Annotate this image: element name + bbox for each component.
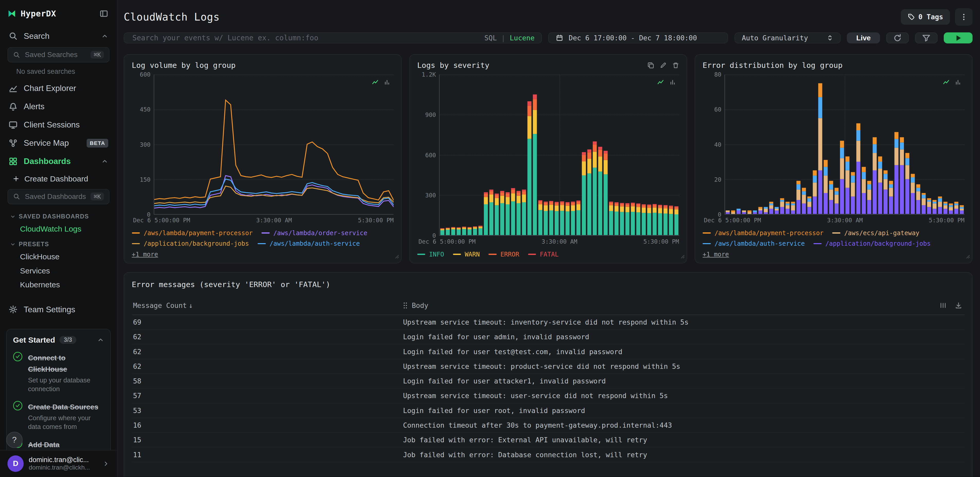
legend-swatch	[261, 232, 270, 234]
section-saved-dashboards[interactable]: SAVED DASHBOARDS	[0, 208, 117, 222]
legend-more-link[interactable]: +1 more	[132, 251, 158, 258]
line-chart-toggle-icon[interactable]	[372, 76, 379, 88]
line-chart-toggle-icon[interactable]	[943, 76, 950, 88]
legend-item[interactable]: /aws/lambda/auth-service	[258, 240, 360, 247]
legend-item[interactable]: FATAL	[528, 251, 558, 258]
legend-item[interactable]: /application/background-jobs	[813, 240, 931, 247]
help-button[interactable]: ?	[6, 432, 22, 448]
column-header-count[interactable]: Message Count ↓	[132, 302, 403, 309]
legend-item[interactable]: /application/background-jobs	[132, 240, 249, 247]
section-presets[interactable]: PRESETS	[0, 236, 117, 250]
saved-dashboards-field[interactable]	[24, 192, 87, 201]
duplicate-panel-button[interactable]	[648, 62, 654, 69]
legend-item[interactable]: /aws/lambda/payment-processor	[132, 229, 253, 237]
sidebar-item-service-map[interactable]: Service Map BETA	[0, 134, 117, 152]
table-settings-button[interactable]	[939, 301, 948, 310]
cell-message-count: 16	[132, 421, 403, 429]
cell-message-count: 57	[132, 392, 403, 400]
table-row[interactable]: 58Login failed for user attacker1, inval…	[132, 374, 964, 389]
time-range-picker[interactable]: Dec 6 17:00:00 - Dec 7 18:00:00	[548, 32, 728, 43]
more-menu-button[interactable]	[955, 8, 972, 26]
legend-swatch	[417, 254, 425, 255]
resize-handle[interactable]	[679, 250, 685, 261]
granularity-value: Auto Granularity	[742, 34, 822, 42]
line-chart-toggle-icon[interactable]	[657, 76, 664, 88]
tag-icon	[908, 13, 915, 20]
sidebar-item-label: Alerts	[24, 102, 45, 111]
tags-button[interactable]: 0 Tags	[901, 9, 950, 25]
sidebar-item-team-settings[interactable]: Team Settings	[0, 301, 117, 319]
table-row[interactable]: 11Job failed with error: Database connec…	[132, 447, 964, 462]
run-query-button[interactable]	[944, 32, 972, 43]
refresh-button[interactable]	[886, 32, 909, 43]
sidebar-item-search[interactable]: Search	[0, 27, 117, 45]
line-chart-canvas	[154, 75, 394, 214]
bar-chart-toggle-icon[interactable]	[669, 76, 676, 88]
legend-label: /aws/lambda/auth-service	[270, 240, 360, 247]
edit-panel-button[interactable]	[660, 62, 667, 69]
sidebar-item-dashboards[interactable]: Dashboards	[0, 152, 117, 170]
language-lucene[interactable]: Lucene	[510, 34, 535, 42]
table-row[interactable]: 69Upstream service timeout: inventory-se…	[132, 315, 964, 330]
main-content: CloudWatch Logs 0 Tags SQL | Lucene	[118, 0, 980, 477]
table-row[interactable]: 53Login failed for user root, invalid pa…	[132, 404, 964, 418]
page-title: CloudWatch Logs	[124, 11, 220, 23]
download-button[interactable]	[954, 301, 963, 310]
sidebar-preset-services[interactable]: Services	[0, 264, 117, 278]
trash-icon	[672, 62, 679, 69]
sidebar-item-alerts[interactable]: Alerts	[0, 97, 117, 116]
search-icon	[13, 51, 20, 58]
get-started-step[interactable]: Connect to ClickHouse Set up your databa…	[13, 351, 104, 393]
gear-icon	[9, 305, 18, 314]
chevron-down-icon	[10, 214, 16, 219]
legend-item[interactable]: /aws/lambda/order-service	[261, 229, 368, 237]
panel-error-distribution: Error distribution by log group 80604020…	[695, 54, 972, 264]
get-started-step[interactable]: Create Data Sources Configure where your…	[13, 401, 104, 431]
cell-message-count: 62	[132, 333, 403, 341]
legend-item[interactable]: INFO	[417, 251, 444, 258]
legend-item[interactable]: ERROR	[488, 251, 519, 258]
saved-searches-field[interactable]	[24, 50, 87, 60]
user-name: dominic.tran@clic...	[29, 456, 98, 464]
resize-handle[interactable]	[964, 250, 970, 261]
cell-body: Login failed for user test@test.com, inv…	[403, 348, 964, 356]
saved-dashboards-input[interactable]: ⌘K	[8, 189, 110, 204]
sidebar-item-client-sessions[interactable]: Client Sessions	[0, 116, 117, 134]
event-search[interactable]: SQL | Lucene	[124, 32, 542, 43]
step-desc: Set up your database connection	[28, 376, 104, 393]
legend-item[interactable]: /aws/lambda/payment-processor	[703, 229, 823, 237]
user-menu[interactable]: D dominic.tran@clic... dominic.tran@clic…	[0, 450, 117, 477]
filter-button[interactable]	[915, 32, 937, 43]
live-button[interactable]: Live	[847, 32, 880, 43]
get-started-header[interactable]: Get Started 3/3	[13, 335, 104, 344]
table-row[interactable]: 62Login failed for user test@test.com, i…	[132, 344, 964, 359]
saved-searches-input[interactable]: ⌘K	[8, 47, 110, 62]
app-root: HyperDX Search ⌘K No saved searches	[0, 0, 980, 477]
service-map-icon	[9, 139, 18, 148]
sidebar-preset-kubernetes[interactable]: Kubernetes	[0, 278, 117, 291]
granularity-select[interactable]: Auto Granularity	[735, 32, 841, 43]
event-search-input[interactable]	[131, 33, 479, 43]
table-row[interactable]: 57Upstream service timeout: user-service…	[132, 389, 964, 403]
create-dashboard-button[interactable]: Create Dashboard	[0, 170, 117, 187]
bar-chart-toggle-icon[interactable]	[383, 76, 390, 88]
table-row[interactable]: 15Job failed with error: External API un…	[132, 433, 964, 447]
bar-chart-toggle-icon[interactable]	[955, 76, 961, 88]
sidebar-dashboard-cloudwatch-logs[interactable]: CloudWatch Logs	[0, 222, 117, 236]
table-row[interactable]: 62Upstream service timeout: product-serv…	[132, 359, 964, 374]
legend-item[interactable]: /aws/ecs/api-gateway	[832, 229, 920, 237]
collapse-sidebar-button[interactable]	[98, 8, 110, 19]
legend: INFOWARNERRORFATAL	[417, 251, 679, 258]
delete-panel-button[interactable]	[672, 62, 679, 69]
legend-item[interactable]: /aws/lambda/auth-service	[703, 240, 805, 247]
resize-handle[interactable]	[394, 250, 399, 261]
legend-more-link[interactable]: +1 more	[703, 251, 729, 258]
sidebar-preset-clickhouse[interactable]: ClickHouse	[0, 250, 117, 264]
plus-icon	[13, 175, 19, 182]
column-header-body[interactable]: Body	[403, 302, 939, 309]
table-row[interactable]: 16Connection timeout after 30s to paymen…	[132, 418, 964, 433]
sidebar-item-chart-explorer[interactable]: Chart Explorer	[0, 79, 117, 97]
language-sql[interactable]: SQL	[484, 34, 497, 42]
legend-item[interactable]: WARN	[453, 251, 480, 258]
table-row[interactable]: 62Login failed for user admin, invalid p…	[132, 330, 964, 344]
